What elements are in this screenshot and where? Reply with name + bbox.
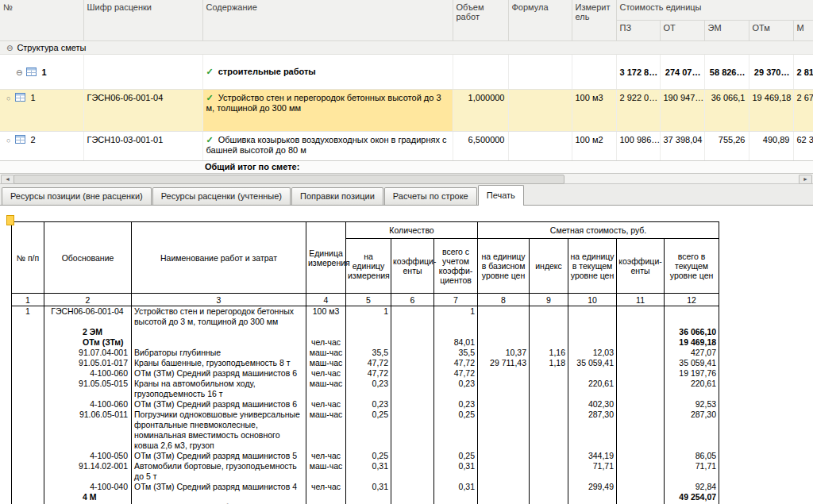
col-header-em[interactable]: ЭМ	[704, 21, 749, 41]
print-cell-qty-per-unit: 1	[346, 306, 391, 328]
cell-em[interactable]: 36 066,1	[704, 90, 749, 132]
col-header-content[interactable]: Содержание	[202, 0, 453, 41]
col-header-m[interactable]: М	[793, 21, 813, 41]
h-scrollbar[interactable]: ◄ ►	[0, 173, 813, 184]
print-cell-index	[530, 410, 568, 451]
print-cell-cost-coef	[617, 368, 665, 379]
print-cell-npp	[12, 358, 44, 368]
cell-code[interactable]: ГЭСН06-06-001-04	[83, 90, 202, 132]
print-cell-name	[132, 327, 306, 337]
col-header-otm[interactable]: ОТм	[749, 21, 793, 41]
cell-otm[interactable]: 19 469,18	[749, 90, 793, 132]
cell-pz[interactable]: 2 922 0…	[616, 90, 660, 132]
group-em-cell[interactable]: 58 826…	[704, 55, 749, 90]
structure-root-cell[interactable]: ⊖Структура сметы	[0, 41, 813, 55]
print-cell-qty-coef	[391, 368, 434, 379]
tab[interactable]: Печать	[478, 185, 524, 206]
print-cell-cost-total: 19 469,18	[665, 337, 719, 348]
col-header-unit-cost[interactable]: Стоимость единицы	[616, 0, 813, 21]
print-cell-npp	[12, 461, 44, 482]
print-cell-name: ОТм (ЗТм) Средний разряд машинистов 6	[132, 368, 306, 379]
print-cell-cost-coef	[617, 358, 665, 368]
col-header-num[interactable]: №	[0, 0, 83, 41]
print-col-unit: Единица измерения	[306, 222, 346, 294]
print-cell-cost-total: 287,30	[665, 410, 719, 451]
group-meter-cell[interactable]	[572, 55, 616, 90]
collapse-icon[interactable]: ⊖	[6, 44, 13, 52]
print-row: ОТм (ЗТм) чел-час 84,01 19 469,18	[12, 337, 719, 348]
cell-m[interactable]: 2 675	[793, 90, 813, 132]
print-cell-cost-base-unit	[478, 327, 530, 337]
row-number: 1	[30, 93, 35, 102]
col-header-formula[interactable]: Формула	[508, 0, 572, 41]
print-cell-cost-base-unit: 10,37	[478, 348, 530, 358]
cell-formula[interactable]	[508, 90, 572, 132]
row-marker-icon: ○	[6, 94, 10, 102]
print-row: 4-100-060 ОТм (ЗТм) Средний разряд машин…	[12, 368, 719, 379]
group-ot-cell[interactable]: 274 07…	[660, 55, 704, 90]
print-cell-qty-coef	[391, 451, 434, 461]
structure-root-row[interactable]: ⊖Структура сметы	[0, 41, 813, 55]
cell-ot[interactable]: 190 947…	[660, 90, 704, 132]
print-cell-unit: маш-час	[306, 358, 346, 368]
tab[interactable]: Поправки позиции	[291, 187, 383, 205]
tab[interactable]: Ресурсы позиции (вне расценки)	[2, 187, 152, 205]
cell-volume[interactable]: 1,000000	[453, 90, 508, 132]
group-content-cell[interactable]: ✓строительные работы	[202, 55, 453, 90]
group-row[interactable]: ⊖1 ✓строительные работы 3 172 8… 274 07……	[0, 55, 813, 90]
print-cell-qty-coef	[391, 337, 434, 348]
print-cell-unit: маш-час	[306, 348, 346, 358]
scroll-thumb[interactable]	[13, 175, 564, 184]
print-cell-index	[530, 337, 568, 348]
print-cell-npp: 1	[12, 306, 44, 328]
print-row: 4-100-060 ОТм (ЗТм) Средний разряд машин…	[12, 399, 719, 410]
scroll-right-button[interactable]: ►	[799, 175, 812, 184]
print-col-number: 12	[665, 294, 719, 306]
group-formula-cell[interactable]	[508, 55, 572, 90]
print-col-number: 2	[44, 294, 132, 306]
print-cell-cost-cur-unit	[568, 492, 617, 502]
print-cell-qty-per-unit	[346, 337, 391, 348]
cell-content[interactable]: ✓Устройство стен и перегородок бетонных …	[202, 90, 453, 132]
print-cell-cost-base-unit	[478, 492, 530, 502]
group-pz-cell[interactable]: 3 172 8…	[616, 55, 660, 90]
tab[interactable]: Расчеты по строке	[384, 187, 477, 205]
scroll-left-button[interactable]: ◄	[1, 175, 14, 184]
print-cell-basis: 4-100-060	[44, 399, 132, 410]
print-cell-qty-total	[434, 492, 478, 502]
print-cell-index	[530, 482, 568, 492]
print-row: 4-100-040 ОТм (ЗТм) Средний разряд машин…	[12, 482, 719, 492]
row-number: 2	[30, 135, 35, 144]
print-cell-qty-total: 1	[434, 306, 478, 328]
tab[interactable]: Ресурсы расценки (учтенные)	[152, 187, 291, 205]
group-otm-cell[interactable]: 29 370…	[749, 55, 793, 90]
print-cell-qty-per-unit: 0,31	[346, 461, 391, 482]
print-col-number: 3	[132, 294, 306, 306]
print-cell-cost-total: 36 066,10	[665, 327, 719, 337]
col-header-volume[interactable]: Объем работ	[453, 0, 508, 41]
print-cell-cost-total: 220,61	[665, 379, 719, 399]
print-cell-basis: 4-100-050	[44, 451, 132, 461]
col-header-meter[interactable]: Измеритель	[572, 0, 616, 41]
collapse-icon[interactable]: ⊖	[16, 68, 22, 77]
print-row: 2 ЭМ 36 066,10	[12, 327, 719, 337]
cell-meter[interactable]: 100 м3	[572, 90, 616, 132]
print-cell-npp	[12, 379, 44, 399]
row-tree-cell[interactable]: ○1	[0, 90, 83, 132]
group-code-cell[interactable]	[83, 55, 202, 90]
group-tree-cell[interactable]: ⊖1	[0, 55, 83, 90]
print-cell-cost-coef	[617, 451, 665, 461]
group-m-cell[interactable]: 2 81	[793, 55, 813, 90]
group-volume-cell[interactable]	[453, 55, 508, 90]
col-header-code[interactable]: Шифр расценки	[83, 0, 202, 41]
print-cell-cost-coef	[617, 337, 665, 348]
print-cell-index	[530, 461, 568, 482]
print-col-npp: № п/п	[12, 222, 44, 294]
section-marker[interactable]	[6, 215, 14, 225]
grid-row[interactable]: ○1 ГЭСН06-06-001-04 ✓Устройство стен и п…	[0, 90, 813, 132]
print-cell-unit	[306, 492, 346, 502]
print-cell-qty-total: 47,72	[434, 358, 478, 368]
print-row: 4-100-050 ОТм (ЗТм) Средний разряд машин…	[12, 451, 719, 461]
col-header-pz[interactable]: ПЗ	[616, 21, 660, 41]
col-header-ot[interactable]: ОТ	[660, 21, 704, 41]
